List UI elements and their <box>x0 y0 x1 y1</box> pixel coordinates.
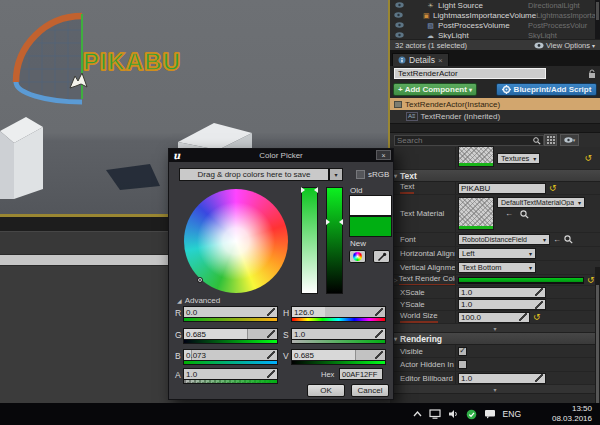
close-dialog-button[interactable]: × <box>376 150 391 160</box>
cancel-button[interactable]: Cancel <box>351 384 389 397</box>
advanced-expander[interactable]: ▾ <box>390 385 600 394</box>
reset-to-default-icon[interactable]: ↺ <box>533 313 541 322</box>
outliner-row-light-source[interactable]: ☀ Light Source DirectionalLight <box>390 0 600 10</box>
world-size-field[interactable]: 100.0 <box>458 312 530 323</box>
use-selected-asset-icon[interactable]: ← <box>505 210 513 219</box>
font-select-dropdown[interactable]: RobotoDistanceField ▾ <box>458 234 550 245</box>
value-drag-icon[interactable] <box>375 330 383 338</box>
hex-field[interactable]: 00AF12FF <box>339 368 383 380</box>
actor-hidden-checkbox-unchecked[interactable] <box>458 360 467 369</box>
reset-to-default-icon[interactable]: ↺ <box>587 276 595 285</box>
chat-tray-icon[interactable] <box>484 409 496 419</box>
srgb-checkbox-unchecked[interactable] <box>356 170 365 179</box>
language-indicator[interactable]: ENG <box>503 409 521 419</box>
tray-chevron-up-icon[interactable] <box>413 411 422 417</box>
reset-to-default-icon[interactable]: ↺ <box>549 184 557 193</box>
tab-details[interactable]: Details × <box>392 53 449 66</box>
volume-icon[interactable] <box>448 409 459 419</box>
color-wheel-selector[interactable] <box>197 277 203 283</box>
b-channel-field[interactable]: 0.073 <box>183 349 278 361</box>
saved-colors-dropdown[interactable]: Drag & drop colors here to save <box>179 168 329 181</box>
value-drag-icon[interactable] <box>267 330 275 338</box>
visible-checkbox-checked[interactable]: ✓ <box>458 347 467 356</box>
component-row-instance-selected[interactable]: TextRenderActor(Instance) <box>390 98 600 110</box>
value-drag-icon[interactable] <box>535 288 543 296</box>
directional-light-icon: ☀ <box>425 2 436 9</box>
outliner-row-lightmass[interactable]: ▣ LightmassImportanceVolume LightmassImp… <box>390 10 600 20</box>
saved-colors-dropdown-arrow[interactable]: ▾ <box>329 168 343 181</box>
value-slider[interactable] <box>326 187 343 294</box>
details-search-input[interactable] <box>394 135 544 146</box>
component-row-inherited[interactable]: A≡ TextRender (Inherited) <box>390 110 600 123</box>
antivirus-tray-icon[interactable] <box>466 409 477 420</box>
advanced-section-header[interactable]: ◢ Advanced <box>177 296 220 305</box>
material-select-dropdown[interactable]: DefaultTextMaterialOpa ▾ <box>497 197 585 208</box>
browse-to-asset-icon[interactable] <box>564 235 573 244</box>
gear-icon <box>502 85 511 94</box>
value-handle[interactable] <box>326 219 330 225</box>
value-drag-icon[interactable] <box>519 313 527 321</box>
textures-button[interactable]: Textures ▾ <box>497 153 540 164</box>
v-channel-field[interactable]: 0.685 <box>291 349 386 361</box>
chevron-down-icon: ▾ <box>573 137 576 143</box>
value-drag-icon[interactable] <box>535 301 543 309</box>
display-filter-eye-button[interactable]: ▾ <box>560 134 579 146</box>
text-render-actor-3d-text[interactable]: PIKABU <box>83 48 181 76</box>
outliner-row-postprocess[interactable]: ▧ PostProcessVolume PostProcessVolur <box>390 20 600 30</box>
value-drag-icon[interactable] <box>267 308 275 316</box>
actor-name[interactable]: PostProcessVolume <box>436 21 528 30</box>
old-color-swatch[interactable] <box>349 195 392 216</box>
value-drag-icon[interactable] <box>267 351 275 359</box>
billboard-scale-field[interactable]: 1.0 <box>458 373 546 384</box>
close-tab-icon[interactable]: × <box>438 56 443 65</box>
a-channel-field[interactable]: 1.0 <box>183 368 278 380</box>
s-channel-field[interactable]: 1.0 <box>291 328 386 340</box>
reset-to-default-icon[interactable]: ↺ <box>584 154 592 163</box>
visibility-eye-icon[interactable] <box>393 12 404 18</box>
add-component-button[interactable]: + Add Component ▾ <box>393 83 477 96</box>
saturation-slider[interactable] <box>301 187 318 294</box>
actor-name-field[interactable]: TextRenderActor <box>394 68 546 79</box>
horizontal-alignment-dropdown[interactable]: Left ▾ <box>458 248 536 259</box>
eyedropper-button[interactable] <box>373 250 390 263</box>
saturation-handle[interactable] <box>301 187 305 193</box>
value-drag-icon[interactable] <box>375 351 383 359</box>
texture-thumbnail[interactable] <box>458 146 494 167</box>
details-scrollbar[interactable] <box>595 267 600 403</box>
category-text[interactable]: ▾ Text <box>390 170 600 182</box>
h-channel-field[interactable]: 126.0 <box>291 306 386 318</box>
lock-icon[interactable] <box>588 65 596 83</box>
value-drag-icon[interactable] <box>267 370 275 378</box>
view-options-button[interactable]: View Options ▾ <box>534 41 595 50</box>
g-channel-field[interactable]: 0.685 <box>183 328 278 340</box>
network-icon[interactable] <box>429 409 441 419</box>
text-value-field[interactable]: PIKABU <box>458 183 546 194</box>
value-drag-icon[interactable] <box>535 374 543 382</box>
actor-name[interactable]: LightmassImportanceVolume <box>431 11 536 20</box>
property-matrix-button[interactable] <box>544 134 557 146</box>
color-picker-title-bar[interactable]: u Color Picker <box>169 149 393 162</box>
outliner-scrollbar[interactable] <box>595 0 600 39</box>
color-wheel[interactable] <box>184 189 288 293</box>
new-color-swatch[interactable] <box>349 216 392 237</box>
clock[interactable]: 13:50 08.03.2016 <box>544 404 592 424</box>
category-rendering[interactable]: ▾ Rendering <box>390 333 600 345</box>
visibility-eye-icon[interactable] <box>393 32 405 38</box>
actor-name[interactable]: Light Source <box>436 1 528 10</box>
value-drag-icon[interactable] <box>375 308 383 316</box>
visibility-eye-icon[interactable] <box>393 2 405 8</box>
color-themes-button[interactable] <box>349 250 366 263</box>
material-thumbnail[interactable] <box>458 197 494 230</box>
r-channel-field[interactable]: 0.0 <box>183 306 278 318</box>
srgb-option[interactable]: sRGB <box>356 170 389 179</box>
yscale-field[interactable]: 1.0 <box>458 299 546 310</box>
advanced-expander[interactable]: ▾ <box>390 324 600 333</box>
blueprint-add-script-button[interactable]: Blueprint/Add Script <box>496 83 597 96</box>
vertical-alignment-dropdown[interactable]: Text Bottom ▾ <box>458 262 536 273</box>
text-render-color-swatch[interactable] <box>458 277 584 284</box>
visibility-eye-icon[interactable] <box>393 22 405 28</box>
xscale-field[interactable]: 1.0 <box>458 287 546 298</box>
ok-button[interactable]: OK <box>307 384 345 397</box>
browse-to-asset-icon[interactable] <box>520 210 529 219</box>
use-selected-asset-icon[interactable]: ← <box>553 236 561 244</box>
